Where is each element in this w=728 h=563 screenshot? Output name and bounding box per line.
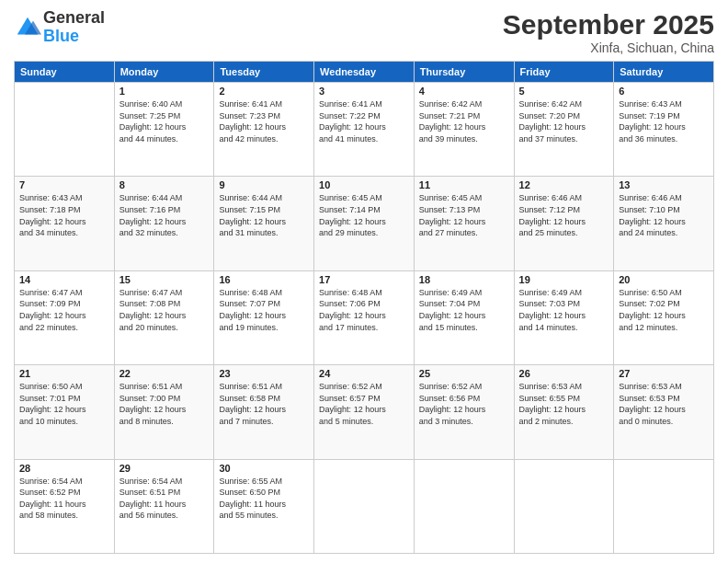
calendar-cell: 16Sunrise: 6:48 AM Sunset: 7:07 PM Dayli… bbox=[214, 270, 314, 364]
col-header-saturday: Saturday bbox=[614, 62, 714, 83]
day-number: 28 bbox=[19, 463, 109, 474]
day-info: Sunrise: 6:42 AM Sunset: 7:20 PM Dayligh… bbox=[519, 98, 609, 144]
calendar-cell: 18Sunrise: 6:49 AM Sunset: 7:04 PM Dayli… bbox=[414, 270, 514, 364]
calendar-week-row: 21Sunrise: 6:50 AM Sunset: 7:01 PM Dayli… bbox=[15, 365, 714, 459]
calendar-cell: 6Sunrise: 6:43 AM Sunset: 7:19 PM Daylig… bbox=[614, 83, 714, 177]
day-number: 17 bbox=[319, 274, 409, 285]
day-number: 7 bbox=[19, 179, 109, 190]
calendar-cell: 21Sunrise: 6:50 AM Sunset: 7:01 PM Dayli… bbox=[15, 365, 115, 459]
day-info: Sunrise: 6:42 AM Sunset: 7:21 PM Dayligh… bbox=[419, 98, 509, 144]
day-info: Sunrise: 6:52 AM Sunset: 6:57 PM Dayligh… bbox=[319, 381, 409, 427]
day-number: 26 bbox=[519, 368, 609, 379]
col-header-friday: Friday bbox=[514, 62, 614, 83]
calendar-week-row: 28Sunrise: 6:54 AM Sunset: 6:52 PM Dayli… bbox=[15, 459, 714, 553]
day-info: Sunrise: 6:44 AM Sunset: 7:16 PM Dayligh… bbox=[119, 192, 210, 238]
day-number: 19 bbox=[519, 274, 609, 285]
day-info: Sunrise: 6:50 AM Sunset: 7:01 PM Dayligh… bbox=[19, 381, 109, 427]
day-number: 16 bbox=[219, 274, 309, 285]
calendar-cell: 22Sunrise: 6:51 AM Sunset: 7:00 PM Dayli… bbox=[114, 365, 214, 459]
col-header-tuesday: Tuesday bbox=[214, 62, 314, 83]
day-number: 25 bbox=[419, 368, 509, 379]
day-info: Sunrise: 6:53 AM Sunset: 6:55 PM Dayligh… bbox=[519, 381, 609, 427]
day-number: 2 bbox=[219, 86, 309, 97]
calendar-cell: 28Sunrise: 6:54 AM Sunset: 6:52 PM Dayli… bbox=[15, 459, 115, 553]
logo-blue: Blue bbox=[43, 28, 105, 46]
calendar-cell: 13Sunrise: 6:46 AM Sunset: 7:10 PM Dayli… bbox=[614, 177, 714, 270]
month-title: September 2025 bbox=[503, 9, 714, 40]
day-number: 15 bbox=[119, 274, 210, 285]
calendar-cell: 27Sunrise: 6:53 AM Sunset: 6:53 PM Dayli… bbox=[614, 365, 714, 459]
calendar-week-row: 1Sunrise: 6:40 AM Sunset: 7:25 PM Daylig… bbox=[15, 83, 714, 177]
day-info: Sunrise: 6:43 AM Sunset: 7:18 PM Dayligh… bbox=[19, 192, 109, 238]
day-number: 20 bbox=[619, 274, 709, 285]
calendar-cell: 2Sunrise: 6:41 AM Sunset: 7:23 PM Daylig… bbox=[214, 83, 314, 177]
day-info: Sunrise: 6:53 AM Sunset: 6:53 PM Dayligh… bbox=[619, 381, 709, 427]
day-info: Sunrise: 6:49 AM Sunset: 7:03 PM Dayligh… bbox=[519, 287, 609, 333]
calendar-cell: 20Sunrise: 6:50 AM Sunset: 7:02 PM Dayli… bbox=[614, 270, 714, 364]
day-info: Sunrise: 6:54 AM Sunset: 6:52 PM Dayligh… bbox=[19, 476, 109, 522]
calendar-cell bbox=[514, 459, 614, 553]
day-info: Sunrise: 6:45 AM Sunset: 7:14 PM Dayligh… bbox=[319, 192, 409, 238]
calendar-cell: 3Sunrise: 6:41 AM Sunset: 7:22 PM Daylig… bbox=[314, 83, 415, 177]
calendar-cell: 7Sunrise: 6:43 AM Sunset: 7:18 PM Daylig… bbox=[15, 177, 115, 270]
day-info: Sunrise: 6:48 AM Sunset: 7:06 PM Dayligh… bbox=[319, 287, 409, 333]
calendar-table: SundayMondayTuesdayWednesdayThursdayFrid… bbox=[14, 61, 714, 554]
calendar-cell: 14Sunrise: 6:47 AM Sunset: 7:09 PM Dayli… bbox=[15, 270, 115, 364]
calendar-cell: 11Sunrise: 6:45 AM Sunset: 7:13 PM Dayli… bbox=[414, 177, 514, 270]
day-info: Sunrise: 6:52 AM Sunset: 6:56 PM Dayligh… bbox=[419, 381, 509, 427]
day-info: Sunrise: 6:50 AM Sunset: 7:02 PM Dayligh… bbox=[619, 287, 709, 333]
calendar-cell: 25Sunrise: 6:52 AM Sunset: 6:56 PM Dayli… bbox=[414, 365, 514, 459]
calendar-cell: 24Sunrise: 6:52 AM Sunset: 6:57 PM Dayli… bbox=[314, 365, 415, 459]
day-number: 23 bbox=[219, 368, 309, 379]
calendar-cell: 15Sunrise: 6:47 AM Sunset: 7:08 PM Dayli… bbox=[114, 270, 214, 364]
calendar-cell: 4Sunrise: 6:42 AM Sunset: 7:21 PM Daylig… bbox=[414, 83, 514, 177]
day-number: 27 bbox=[619, 368, 709, 379]
calendar-cell: 17Sunrise: 6:48 AM Sunset: 7:06 PM Dayli… bbox=[314, 270, 415, 364]
day-number: 5 bbox=[519, 86, 609, 97]
header: General Blue September 2025 Xinfa, Sichu… bbox=[14, 9, 714, 55]
day-info: Sunrise: 6:47 AM Sunset: 7:08 PM Dayligh… bbox=[119, 287, 210, 333]
day-number: 6 bbox=[619, 86, 709, 97]
day-info: Sunrise: 6:46 AM Sunset: 7:12 PM Dayligh… bbox=[519, 192, 609, 238]
day-number: 12 bbox=[519, 179, 609, 190]
calendar-cell bbox=[614, 459, 714, 553]
day-number: 13 bbox=[619, 179, 709, 190]
day-info: Sunrise: 6:46 AM Sunset: 7:10 PM Dayligh… bbox=[619, 192, 709, 238]
calendar-header-row: SundayMondayTuesdayWednesdayThursdayFrid… bbox=[15, 62, 714, 83]
calendar-week-row: 14Sunrise: 6:47 AM Sunset: 7:09 PM Dayli… bbox=[15, 270, 714, 364]
calendar-cell: 29Sunrise: 6:54 AM Sunset: 6:51 PM Dayli… bbox=[114, 459, 214, 553]
day-number: 4 bbox=[419, 86, 509, 97]
day-info: Sunrise: 6:47 AM Sunset: 7:09 PM Dayligh… bbox=[19, 287, 109, 333]
day-number: 29 bbox=[119, 463, 210, 474]
logo: General Blue bbox=[14, 9, 105, 46]
calendar-cell bbox=[314, 459, 415, 553]
logo-text: General Blue bbox=[43, 9, 105, 46]
col-header-sunday: Sunday bbox=[15, 62, 115, 83]
calendar-cell: 26Sunrise: 6:53 AM Sunset: 6:55 PM Dayli… bbox=[514, 365, 614, 459]
day-info: Sunrise: 6:54 AM Sunset: 6:51 PM Dayligh… bbox=[119, 476, 210, 522]
calendar-cell: 8Sunrise: 6:44 AM Sunset: 7:16 PM Daylig… bbox=[114, 177, 214, 270]
day-info: Sunrise: 6:51 AM Sunset: 7:00 PM Dayligh… bbox=[119, 381, 210, 427]
calendar-week-row: 7Sunrise: 6:43 AM Sunset: 7:18 PM Daylig… bbox=[15, 177, 714, 270]
calendar-cell: 10Sunrise: 6:45 AM Sunset: 7:14 PM Dayli… bbox=[314, 177, 415, 270]
logo-general: General bbox=[43, 9, 105, 28]
day-info: Sunrise: 6:40 AM Sunset: 7:25 PM Dayligh… bbox=[119, 98, 210, 144]
col-header-wednesday: Wednesday bbox=[314, 62, 415, 83]
day-number: 24 bbox=[319, 368, 409, 379]
day-number: 11 bbox=[419, 179, 509, 190]
day-number: 9 bbox=[219, 179, 309, 190]
calendar-cell: 19Sunrise: 6:49 AM Sunset: 7:03 PM Dayli… bbox=[514, 270, 614, 364]
calendar-cell: 12Sunrise: 6:46 AM Sunset: 7:12 PM Dayli… bbox=[514, 177, 614, 270]
day-number: 22 bbox=[119, 368, 210, 379]
day-info: Sunrise: 6:43 AM Sunset: 7:19 PM Dayligh… bbox=[619, 98, 709, 144]
location-subtitle: Xinfa, Sichuan, China bbox=[503, 40, 714, 55]
day-info: Sunrise: 6:51 AM Sunset: 6:58 PM Dayligh… bbox=[219, 381, 309, 427]
logo-icon bbox=[14, 14, 41, 41]
calendar-cell: 1Sunrise: 6:40 AM Sunset: 7:25 PM Daylig… bbox=[114, 83, 214, 177]
col-header-thursday: Thursday bbox=[414, 62, 514, 83]
day-number: 21 bbox=[19, 368, 109, 379]
day-number: 30 bbox=[219, 463, 309, 474]
day-number: 18 bbox=[419, 274, 509, 285]
calendar-cell: 30Sunrise: 6:55 AM Sunset: 6:50 PM Dayli… bbox=[214, 459, 314, 553]
day-info: Sunrise: 6:41 AM Sunset: 7:22 PM Dayligh… bbox=[319, 98, 409, 144]
